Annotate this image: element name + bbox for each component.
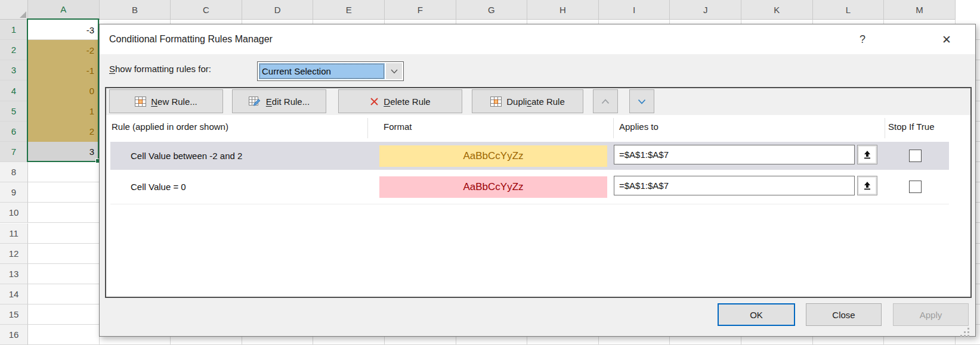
duplicate-rule-icon xyxy=(490,97,502,107)
applies-to-input[interactable] xyxy=(614,176,855,195)
column-header-F[interactable]: F xyxy=(385,0,456,20)
row-header-12[interactable]: 12 xyxy=(0,244,28,264)
column-header-rule: Rule (applied in order shown) xyxy=(112,120,228,134)
cell-A4[interactable]: 0 xyxy=(28,80,99,101)
column-header-K[interactable]: K xyxy=(741,0,813,20)
header-separator xyxy=(367,118,368,138)
row-header-10[interactable]: 10 xyxy=(0,203,28,223)
row-header-6[interactable]: 6 xyxy=(0,122,28,142)
close-button[interactable]: Close xyxy=(806,303,882,326)
collapse-dialog-icon[interactable] xyxy=(857,145,877,164)
ok-button[interactable]: OK xyxy=(718,303,795,326)
row-header-14[interactable]: 14 xyxy=(0,284,28,304)
dialog-title: Conditional Formatting Rules Manager xyxy=(109,24,273,54)
rule-list-divider xyxy=(110,204,949,204)
header-separator xyxy=(613,118,614,138)
column-header-E[interactable]: E xyxy=(313,0,385,20)
applies-to-input[interactable] xyxy=(614,145,855,164)
column-header-format: Format xyxy=(384,120,412,134)
row-header-9[interactable]: 9 xyxy=(0,182,28,203)
column-header-D[interactable]: D xyxy=(242,0,314,20)
select-all-corner[interactable] xyxy=(0,0,28,20)
column-header-stop-if-true: Stop If True xyxy=(888,120,935,134)
rule-name: Cell Value between -2 and 2 xyxy=(131,142,242,170)
edit-rule-button[interactable]: Edit Rule... xyxy=(232,89,326,113)
cell-A6[interactable]: 2 xyxy=(28,122,99,142)
rule-row[interactable]: Cell Value between -2 and 2 AaBbCcYyZz xyxy=(110,142,949,170)
column-header-H[interactable]: H xyxy=(527,0,599,20)
new-rule-button[interactable]: New Rule... xyxy=(109,89,223,113)
cf-rules-manager-dialog: Conditional Formatting Rules Manager ? ✕… xyxy=(99,24,976,337)
resize-grip[interactable] xyxy=(960,327,970,337)
move-down-button[interactable] xyxy=(629,89,654,113)
column-header-J[interactable]: J xyxy=(670,0,741,20)
row-header-7[interactable]: 7 xyxy=(0,142,28,162)
cell-A7[interactable]: 3 xyxy=(28,142,99,162)
select-all-triangle-icon xyxy=(20,11,26,18)
edit-rule-icon xyxy=(249,97,261,107)
column-header-L[interactable]: L xyxy=(813,0,885,20)
move-up-button[interactable] xyxy=(593,89,618,113)
delete-rule-button[interactable]: Delete Rule xyxy=(338,89,462,113)
show-rules-label: Show formatting rules for: xyxy=(109,61,211,77)
cell-A2[interactable]: -2 xyxy=(28,40,99,60)
help-icon[interactable]: ? xyxy=(854,30,871,48)
row-header-1[interactable]: 1 xyxy=(0,20,28,40)
rule-row[interactable]: Cell Value = 0 AaBbCcYyZz xyxy=(110,173,949,201)
header-separator xyxy=(885,118,885,138)
column-header-M[interactable]: M xyxy=(884,0,956,20)
scope-dropdown[interactable]: Current Selection xyxy=(257,61,404,81)
collapse-dialog-icon[interactable] xyxy=(857,176,877,195)
chevron-down-move-icon xyxy=(638,99,646,104)
cell-A3[interactable]: -1 xyxy=(28,60,99,80)
column-header-I[interactable]: I xyxy=(599,0,670,20)
row-header-13[interactable]: 13 xyxy=(0,264,28,284)
delete-rule-icon xyxy=(370,97,379,106)
close-icon[interactable]: ✕ xyxy=(938,30,956,48)
scope-dropdown-value: Current Selection xyxy=(259,63,385,79)
new-rule-icon xyxy=(135,97,146,107)
duplicate-rule-button[interactable]: Duplicate Rule xyxy=(472,89,583,113)
chevron-down-icon[interactable] xyxy=(386,63,402,79)
column-header-C[interactable]: C xyxy=(171,0,242,20)
rule-name: Cell Value = 0 xyxy=(131,173,186,201)
column-header-A[interactable]: A xyxy=(28,0,100,20)
excel-window: ABCDEFGHIJKLM 12345678910111213141516 -3… xyxy=(0,0,980,345)
row-header-5[interactable]: 5 xyxy=(0,101,28,122)
cell-A1[interactable]: -3 xyxy=(28,20,99,40)
chevron-up-icon xyxy=(601,99,610,104)
row-header-16[interactable]: 16 xyxy=(0,325,28,345)
row-header-11[interactable]: 11 xyxy=(0,223,28,244)
stop-if-true-checkbox[interactable] xyxy=(909,181,922,193)
column-header-B[interactable]: B xyxy=(100,0,171,20)
stop-if-true-checkbox[interactable] xyxy=(909,150,922,162)
dialog-titlebar[interactable]: Conditional Formatting Rules Manager ? ✕ xyxy=(100,24,975,54)
row-header-15[interactable]: 15 xyxy=(0,304,28,325)
apply-button: Apply xyxy=(893,303,969,326)
row-header-3[interactable]: 3 xyxy=(0,60,28,80)
row-header-2[interactable]: 2 xyxy=(0,40,28,60)
row-header-4[interactable]: 4 xyxy=(0,80,28,101)
column-header-G[interactable]: G xyxy=(456,0,528,20)
row-header-8[interactable]: 8 xyxy=(0,162,28,182)
rule-format-preview: AaBbCcYyZz xyxy=(379,145,607,167)
column-header-applies-to: Applies to xyxy=(619,120,659,134)
rule-format-preview: AaBbCcYyZz xyxy=(379,176,607,198)
cell-A5[interactable]: 1 xyxy=(28,101,99,122)
